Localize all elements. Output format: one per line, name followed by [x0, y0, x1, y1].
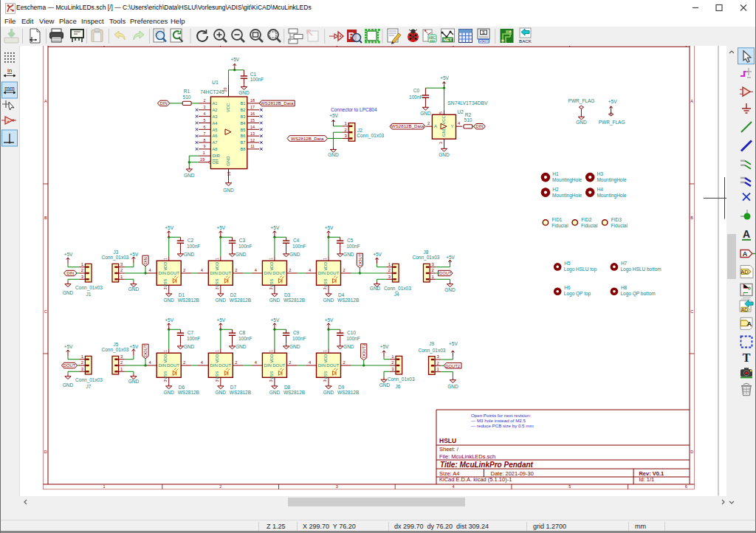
- svg-text:— reduce PCB size by 0.5 mm: — reduce PCB size by 0.5 mm: [471, 423, 534, 428]
- svg-text:J7: J7: [86, 384, 92, 389]
- svg-text:VSS: VSS: [163, 371, 168, 379]
- svg-text:+5V: +5V: [130, 252, 139, 257]
- svg-text:Fiducial: Fiducial: [581, 223, 598, 228]
- svg-text:C5: C5: [347, 238, 354, 243]
- svg-text:100nF: 100nF: [292, 244, 306, 249]
- svg-text:B7: B7: [241, 140, 246, 145]
- svg-text:J5: J5: [114, 342, 119, 347]
- svg-text:WS2812B: WS2812B: [284, 390, 305, 395]
- svg-text:7: 7: [204, 131, 206, 136]
- svg-text:2: 2: [81, 360, 84, 365]
- svg-text:1: 1: [163, 350, 168, 352]
- svg-text:4: 4: [201, 360, 204, 365]
- svg-text:C9: C9: [293, 330, 300, 335]
- svg-text:FID3: FID3: [611, 217, 622, 222]
- svg-text:DIN: DIN: [143, 257, 148, 264]
- svg-text:4: 4: [309, 268, 312, 272]
- svg-text:GND: GND: [370, 286, 381, 291]
- svg-text:VSS: VSS: [216, 371, 220, 379]
- svg-text:WS2812B_Data: WS2812B_Data: [391, 123, 425, 128]
- svg-text:A4: A4: [213, 121, 218, 125]
- svg-text:WS2812B: WS2812B: [178, 390, 199, 395]
- svg-text:DOUT: DOUT: [358, 253, 362, 266]
- svg-text:2: 2: [235, 268, 237, 272]
- svg-text:B: B: [44, 216, 47, 220]
- svg-text:DIN: DIN: [210, 271, 218, 275]
- svg-text:2: 2: [343, 268, 345, 272]
- svg-text:GND: GND: [439, 152, 450, 157]
- svg-text:+5V: +5V: [130, 344, 139, 349]
- svg-text:3: 3: [163, 287, 168, 289]
- svg-text:100nF: 100nF: [409, 94, 422, 100]
- svg-text:D: D: [690, 450, 693, 454]
- svg-text:WS2812B: WS2812B: [337, 390, 359, 395]
- svg-text:14: 14: [250, 125, 255, 129]
- svg-text:4: 4: [149, 360, 152, 365]
- svg-text:GND: GND: [184, 173, 195, 178]
- svg-text:D9: D9: [338, 385, 345, 390]
- svg-text:J9: J9: [429, 341, 434, 346]
- svg-text:GND: GND: [343, 252, 354, 257]
- svg-text:6: 6: [204, 125, 206, 129]
- svg-text:GND: GND: [128, 379, 140, 384]
- svg-text:DIN: DIN: [318, 271, 326, 275]
- svg-text:Conn_01x03: Conn_01x03: [413, 255, 440, 261]
- svg-text:T: T: [743, 351, 751, 364]
- svg-text:3: 3: [81, 275, 84, 279]
- svg-text:+5V: +5V: [64, 252, 73, 257]
- svg-text:DOUT2: DOUT2: [445, 364, 460, 368]
- svg-text:1: 1: [81, 262, 84, 266]
- svg-text:VDD: VDD: [269, 262, 274, 271]
- svg-text:C10: C10: [347, 330, 356, 335]
- svg-text:3: 3: [391, 367, 394, 371]
- svg-text:100nF: 100nF: [238, 244, 252, 249]
- svg-text:VSS: VSS: [216, 278, 220, 286]
- svg-text:KiCad E.D.A. kicad (5.1.10)-1: KiCad E.D.A. kicad (5.1.10)-1: [439, 476, 512, 483]
- svg-text:J2: J2: [357, 128, 362, 133]
- svg-text:DOUT: DOUT: [167, 271, 179, 275]
- svg-text:B5: B5: [241, 128, 246, 132]
- svg-text:GND: GND: [216, 298, 227, 303]
- svg-text:9: 9: [204, 144, 206, 148]
- svg-text:C7: C7: [188, 330, 194, 335]
- svg-text:11: 11: [250, 144, 255, 148]
- svg-text:in: in: [7, 67, 12, 74]
- svg-text:+5V: +5V: [230, 57, 239, 62]
- svg-text:1: 1: [345, 121, 348, 125]
- svg-text:Conn_01x03: Conn_01x03: [75, 377, 103, 383]
- svg-text:19: 19: [200, 157, 205, 162]
- svg-text:20: 20: [223, 88, 227, 92]
- svg-text:+5V: +5V: [449, 341, 458, 346]
- svg-text:DIN: DIN: [158, 363, 165, 368]
- svg-text:A: A: [690, 99, 693, 103]
- svg-text:C: C: [44, 309, 47, 314]
- svg-text:D7: D7: [230, 385, 237, 390]
- svg-text:C: C: [690, 309, 693, 314]
- svg-text:2: 2: [431, 268, 434, 272]
- svg-text:Fiducial: Fiducial: [551, 223, 568, 228]
- svg-text:VSS: VSS: [163, 278, 168, 286]
- svg-text:1: 1: [202, 151, 205, 155]
- svg-text:3: 3: [120, 354, 123, 359]
- svg-text:DIN: DIN: [66, 271, 74, 275]
- svg-text:GND: GND: [128, 286, 140, 292]
- svg-text:J6: J6: [396, 384, 401, 389]
- svg-text:3: 3: [323, 287, 327, 289]
- svg-text:100nF: 100nF: [250, 77, 264, 82]
- svg-text:6: 6: [685, 484, 687, 489]
- svg-text:GND: GND: [323, 390, 334, 395]
- svg-text:AD: AD: [741, 307, 748, 312]
- svg-text:1: 1: [163, 258, 168, 260]
- svg-text:4: 4: [255, 360, 258, 365]
- svg-text:GND: GND: [447, 384, 458, 389]
- svg-text:A: A: [44, 99, 47, 103]
- svg-text:B2: B2: [241, 108, 246, 112]
- svg-text:DIR: DIR: [213, 154, 221, 158]
- svg-text:3: 3: [120, 262, 123, 266]
- svg-text:DOUT: DOUT: [63, 363, 76, 368]
- svg-text:GND: GND: [63, 382, 74, 388]
- svg-text:2: 2: [183, 268, 185, 272]
- svg-text:AD: AD: [740, 269, 749, 275]
- svg-text:VDD: VDD: [163, 262, 168, 271]
- svg-text:A: A: [747, 320, 752, 328]
